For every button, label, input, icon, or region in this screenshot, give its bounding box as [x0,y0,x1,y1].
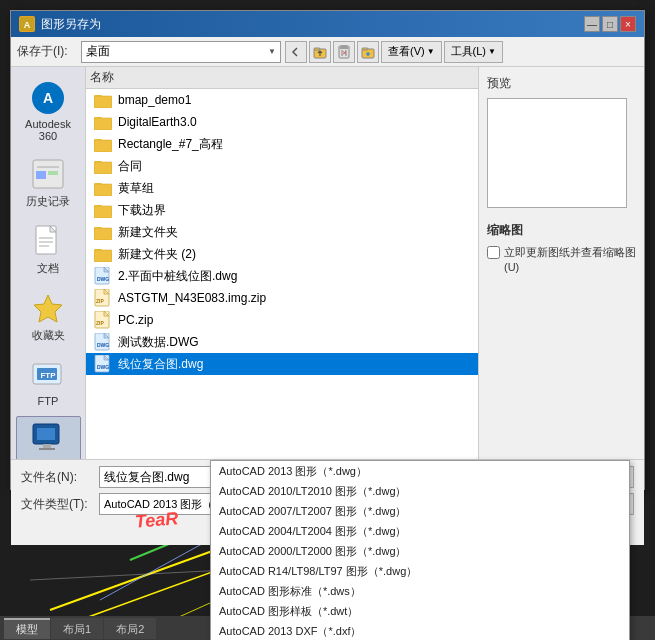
save-in-label: 保存于(I): [17,43,77,60]
dropdown-item-0[interactable]: AutoCAD 2013 图形（*.dwg） [211,461,629,481]
svg-rect-35 [37,428,55,440]
combo-arrow-icon: ▼ [268,47,276,56]
desktop-icon [30,421,66,457]
dialog-icon: A [19,16,35,32]
title-bar-left: A 图形另存为 [19,16,101,33]
folder-up-button[interactable] [309,41,331,63]
dropdown-item-1[interactable]: AutoCAD 2010/LT2010 图形（*.dwg） [211,481,629,501]
zip-icon-1: ZIP [94,289,112,307]
svg-rect-37 [39,448,55,450]
file-item-linedwg[interactable]: DWG 线位复合图.dwg [86,353,478,375]
tear-text: TeaR [134,508,179,533]
dropdown-item-3[interactable]: AutoCAD 2004/LT2004 图形（*.dwg） [211,521,629,541]
file-item-rectangle[interactable]: Rectangle_#7_高程 [86,133,478,155]
svg-rect-57 [94,227,102,230]
tab-layout2[interactable]: 布局2 [104,618,156,639]
thumbnail-section: 缩略图 立即更新图纸并查看缩略图(U) [487,222,636,276]
save-location-combo[interactable]: 桌面 ▼ [81,41,281,63]
filename-label: 文件名(N): [21,469,93,486]
file-item-newfolder2[interactable]: 新建文件夹 (2) [86,243,478,265]
file-item-digital[interactable]: DigitalEarth3.0 [86,111,478,133]
file-item-zip1[interactable]: ZIP ASTGTM_N43E083.img.zip [86,287,478,309]
dropdown-item-6[interactable]: AutoCAD 图形标准（*.dws） [211,581,629,601]
thumbnail-checkbox[interactable] [487,246,500,259]
svg-rect-39 [94,95,102,98]
file-name-dwg2: 2.平面中桩线位图.dwg [118,268,237,285]
preview-label: 预览 [487,75,636,92]
file-name-newfolder1: 新建文件夹 [118,224,178,241]
view-menu-button[interactable]: 查看(V) ▼ [381,41,442,63]
thumbnail-label: 缩略图 [487,222,636,239]
autodesk360-icon: A [30,80,66,116]
back-button[interactable] [285,41,307,63]
svg-text:FTP: FTP [40,371,56,380]
sidebar-item-autodesk360[interactable]: A Autodesk 360 [16,75,81,147]
file-item-bmap[interactable]: bmap_demo1 [86,89,478,111]
svg-rect-36 [43,444,51,448]
new-folder-button[interactable] [357,41,379,63]
dropdown-item-7[interactable]: AutoCAD 图形样板（*.dwt） [211,601,629,621]
dropdown-item-5[interactable]: AutoCAD R14/LT98/LT97 图形（*.dwg） [211,561,629,581]
title-bar: A 图形另存为 — □ × [11,11,644,37]
file-name-digital: DigitalEarth3.0 [118,115,197,129]
file-name-download: 下载边界 [118,202,166,219]
svg-rect-15 [314,48,320,50]
file-item-yellow[interactable]: 黄草组 [86,177,478,199]
folder-icon-bmap [94,91,112,109]
sidebar-label-history: 历史记录 [26,194,70,209]
sidebar-item-desktop[interactable]: 桌面 [16,416,81,459]
file-name-zip2: PC.zip [118,313,153,327]
sidebar-item-history[interactable]: 历史记录 [16,151,81,214]
file-name-test-dwg: 测试数据.DWG [118,334,199,351]
tab-model[interactable]: 模型 [4,618,50,639]
file-item-newfolder1[interactable]: 新建文件夹 [86,221,478,243]
file-item-download[interactable]: 下载边界 [86,199,478,221]
maximize-button[interactable]: □ [602,16,618,32]
file-item-contract[interactable]: 合同 [86,155,478,177]
close-button[interactable]: × [620,16,636,32]
right-panel: 预览 缩略图 立即更新图纸并查看缩略图(U) [479,67,644,459]
file-item-test-dwg[interactable]: DWG 测试数据.DWG [86,331,478,353]
svg-rect-24 [36,171,46,179]
tab-layout1[interactable]: 布局1 [51,618,103,639]
tools-menu-arrow: ▼ [488,47,496,56]
folder-icon-new1 [94,223,112,241]
thumbnail-checkbox-row: 立即更新图纸并查看缩略图(U) [487,245,636,276]
svg-rect-45 [94,139,102,142]
svg-rect-42 [94,117,102,120]
folder-icon-download [94,201,112,219]
file-name-rectangle: Rectangle_#7_高程 [118,136,223,153]
svg-rect-19 [362,48,368,50]
svg-text:DWG: DWG [97,342,109,348]
sidebar-item-documents[interactable]: 文档 [16,218,81,281]
file-item-zip2[interactable]: ZIP PC.zip [86,309,478,331]
file-list-scroll[interactable]: bmap_demo1 DigitalEarth3.0 Rectangle_#7_… [86,89,478,459]
folder-icon-rectangle [94,135,112,153]
sidebar-item-favorites[interactable]: 收藏夹 [16,285,81,348]
dropdown-item-4[interactable]: AutoCAD 2000/LT2000 图形（*.dwg） [211,541,629,561]
save-dialog: A 图形另存为 — □ × 保存于(I): 桌面 ▼ [10,10,645,490]
file-name-zip1: ASTGTM_N43E083.img.zip [118,291,266,305]
svg-text:A: A [43,90,53,106]
preview-box [487,98,627,208]
file-list-name-header: 名称 [90,69,290,86]
file-item-dwg2[interactable]: DWG 2.平面中桩线位图.dwg [86,265,478,287]
documents-icon [30,223,66,259]
dropdown-item-2[interactable]: AutoCAD 2007/LT2007 图形（*.dwg） [211,501,629,521]
view-menu-label: 查看(V) [388,44,425,59]
folder-icon-new2 [94,245,112,263]
svg-rect-48 [94,161,102,164]
toolbar-buttons: ✕ 查看(V) ▼ 工具(L) ▼ [285,41,503,63]
delete-button[interactable]: ✕ [333,41,355,63]
dropdown-item-8[interactable]: AutoCAD 2013 DXF（*.dxf） [211,621,629,640]
folder-icon-contract [94,157,112,175]
tools-menu-button[interactable]: 工具(L) ▼ [444,41,503,63]
sidebar-label-autodesk360: Autodesk 360 [19,118,78,142]
sidebar-item-ftp[interactable]: FTP FTP [16,352,81,412]
svg-text:✕: ✕ [342,50,347,56]
dwg-icon-line: DWG [94,355,112,373]
minimize-button[interactable]: — [584,16,600,32]
svg-text:A: A [24,20,31,30]
file-list-area: 名称 bmap_demo1 DigitalEarth3.0 [86,67,479,459]
svg-rect-25 [48,171,58,175]
